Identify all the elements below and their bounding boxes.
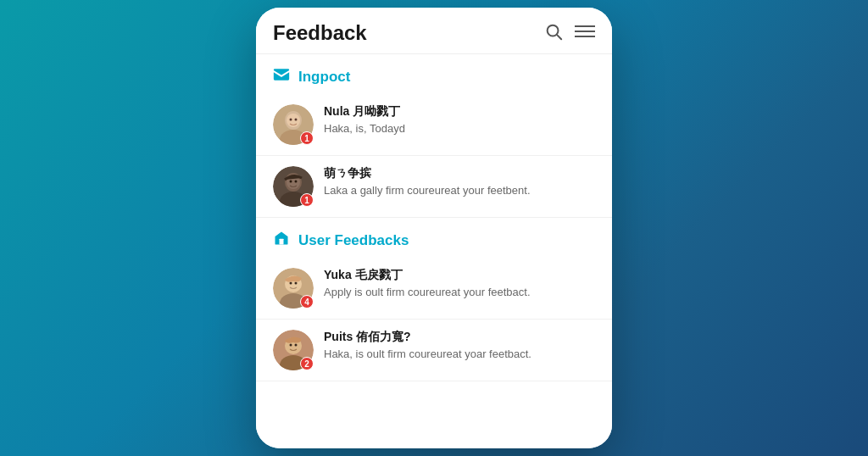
notification-badge: 1 — [300, 193, 314, 207]
message-preview: Apply is oult firm coureureat your feetb… — [324, 286, 595, 298]
message-preview: Laka a gally firm coureureat your feetbe… — [324, 184, 595, 197]
section-feedbacks-header: User Feedbacks — [256, 218, 612, 258]
svg-point-22 — [295, 282, 298, 285]
svg-line-1 — [557, 35, 561, 39]
home-icon — [273, 230, 290, 251]
notification-badge: 1 — [300, 131, 314, 145]
svg-point-15 — [290, 181, 292, 183]
header-actions — [544, 22, 595, 45]
svg-point-27 — [295, 344, 298, 347]
svg-point-26 — [290, 344, 292, 347]
svg-point-21 — [290, 282, 292, 285]
app-header: Feedback — [256, 8, 612, 54]
app-panel: Feedback — [256, 8, 612, 448]
section-inbox-header: Ingpoct — [256, 54, 612, 94]
sender-name: Yuka 毛戾戮丁 — [324, 268, 595, 283]
avatar-container: 1 — [273, 104, 314, 145]
inbox-icon — [273, 66, 290, 87]
message-content: Puits 侑佰力寬? Haka, is oult firm coureurea… — [324, 330, 595, 360]
notification-badge: 2 — [300, 357, 314, 370]
feedbacks-section-title: User Feedbacks — [298, 232, 409, 249]
avatar-container: 2 — [273, 330, 314, 370]
svg-point-9 — [290, 119, 292, 121]
notification-badge: 4 — [300, 295, 314, 309]
page-title: Feedback — [273, 21, 367, 45]
sender-name: Nula 月呦戮丁 — [324, 104, 595, 120]
avatar-container: 4 — [273, 268, 314, 309]
search-icon[interactable] — [544, 22, 563, 45]
message-content: 萌ㄋ争摈 Laka a gally firm coureureat your f… — [324, 166, 595, 197]
svg-point-16 — [295, 181, 298, 183]
sender-name: 萌ㄋ争摈 — [324, 166, 595, 181]
avatar-container: 1 — [273, 166, 314, 207]
content-area: Ingpoct 1 Nula 月呦戮丁 — [256, 54, 612, 448]
list-item[interactable]: 2 Puits 侑佰力寬? Haka, is oult firm coureur… — [256, 320, 612, 381]
svg-rect-17 — [280, 239, 284, 245]
list-item[interactable]: 1 萌ㄋ争摈 Laka a gally firm coureureat your… — [256, 156, 612, 218]
svg-point-10 — [295, 119, 298, 121]
message-content: Yuka 毛戾戮丁 Apply is oult firm coureureat … — [324, 268, 595, 298]
sender-name: Puits 侑佰力寬? — [324, 330, 595, 345]
list-item[interactable]: 1 Nula 月呦戮丁 Haka, is, Todayd — [256, 94, 612, 156]
message-preview: Haka, is oult firm coureureat yoar feetb… — [324, 348, 595, 360]
message-preview: Haka, is, Todayd — [324, 122, 595, 135]
list-item[interactable]: 4 Yuka 毛戾戮丁 Apply is oult firm coureurea… — [256, 258, 612, 320]
message-content: Nula 月呦戮丁 Haka, is, Todayd — [324, 104, 595, 135]
inbox-section-title: Ingpoct — [298, 69, 350, 86]
menu-icon[interactable] — [575, 22, 595, 45]
